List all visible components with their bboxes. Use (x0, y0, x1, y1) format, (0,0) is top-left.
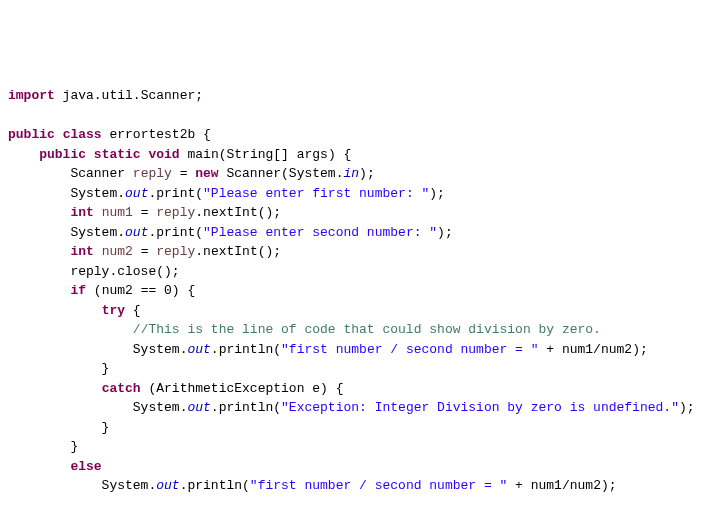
keyword-class: class (63, 127, 102, 142)
keyword-catch: catch (102, 381, 141, 396)
field-in: in (343, 166, 359, 181)
keyword-public: public (8, 127, 55, 142)
keyword-void: void (148, 147, 179, 162)
keyword-int: int (70, 205, 93, 220)
if-condition: (num2 == 0) { (86, 283, 195, 298)
keyword-public: public (39, 147, 86, 162)
keyword-new: new (195, 166, 218, 181)
keyword-try: try (102, 303, 125, 318)
string-exception: "Exception: Integer Division by zero is … (281, 400, 679, 415)
keyword-static: static (94, 147, 141, 162)
string-division: "first number / second number = " (281, 342, 538, 357)
main-method: main(String[] args) { (180, 147, 352, 162)
string-first-prompt: "Please enter first number: " (203, 186, 429, 201)
scanner-decl: Scanner (8, 166, 133, 181)
string-second-prompt: "Please enter second number: " (203, 225, 437, 240)
var-num2: num2 (102, 244, 133, 259)
reply-close: reply.close(); (8, 264, 180, 279)
var-num1: num1 (102, 205, 133, 220)
keyword-if: if (70, 283, 86, 298)
class-declaration: errortest2b { (102, 127, 211, 142)
var-reply: reply (133, 166, 172, 181)
code-editor: import java.util.Scanner; public class e… (8, 86, 699, 518)
field-out: out (125, 186, 148, 201)
keyword-import: import (8, 88, 55, 103)
import-statement: java.util.Scanner; (55, 88, 203, 103)
keyword-else: else (70, 459, 101, 474)
close-brace: } (8, 361, 109, 376)
comment-division: //This is the line of code that could sh… (133, 322, 601, 337)
catch-signature: (ArithmeticException e) { (141, 381, 344, 396)
